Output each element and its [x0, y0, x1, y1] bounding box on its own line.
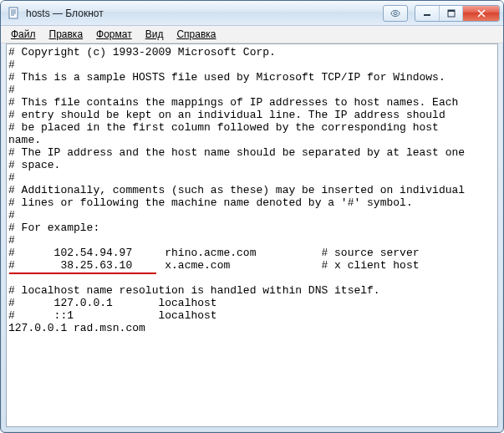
help-button[interactable] — [384, 6, 407, 21]
minimize-button[interactable] — [415, 6, 439, 21]
minimize-icon — [423, 9, 431, 18]
close-button[interactable] — [462, 6, 499, 21]
highlight-underline — [9, 273, 156, 274]
menu-help[interactable]: Справка — [170, 27, 222, 42]
window-controls — [383, 5, 500, 22]
notepad-icon — [8, 7, 21, 20]
close-icon — [476, 9, 486, 18]
window-title: hosts — Блокнот — [26, 8, 104, 19]
help-icon — [389, 9, 401, 18]
maximize-button[interactable] — [439, 6, 462, 21]
menu-view[interactable]: Вид — [139, 27, 171, 42]
window-frame: hosts — Блокнот — [0, 0, 504, 433]
menu-edit[interactable]: Правка — [43, 27, 90, 42]
window-buttons-group — [415, 5, 500, 22]
svg-point-5 — [391, 10, 400, 16]
menubar: Файл Правка Формат Вид Справка — [1, 26, 503, 43]
maximize-icon — [447, 9, 456, 18]
client-area: # Copyright (c) 1993-2009 Microsoft Corp… — [6, 43, 498, 427]
svg-rect-9 — [448, 10, 455, 12]
svg-rect-7 — [424, 14, 430, 16]
menu-format[interactable]: Формат — [89, 27, 139, 42]
menu-file[interactable]: Файл — [4, 27, 43, 42]
titlebar[interactable]: hosts — Блокнот — [1, 1, 503, 26]
svg-point-6 — [394, 12, 397, 14]
help-button-group — [383, 5, 408, 22]
text-editor[interactable]: # Copyright (c) 1993-2009 Microsoft Corp… — [7, 44, 497, 336]
